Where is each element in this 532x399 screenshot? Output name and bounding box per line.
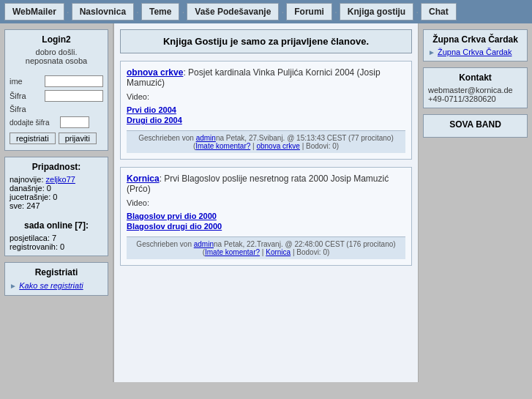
nav-sep-2: · [135, 6, 140, 18]
dodajte-input[interactable] [60, 116, 89, 128]
nav-sep-6: · [415, 6, 419, 18]
dodajte-label: dodajte šifra [10, 119, 57, 127]
btn-row: registriati prijaviti [10, 133, 103, 144]
article-2-admin-link[interactable]: admin [194, 240, 214, 248]
registrovanih-value: 0 [60, 242, 64, 251]
nav-chat-label: Chat [429, 7, 449, 17]
article-2-title: Kornica: Prvi Blagoslov poslije nesretno… [127, 174, 405, 194]
zupna-link[interactable]: Župna Crkva Čardak [438, 48, 512, 56]
registrovanih-label: registrovanih: [10, 242, 58, 251]
article-1-komentar-link[interactable]: Imate komentar? [195, 142, 250, 150]
ime-label: ime [10, 77, 42, 86]
nav-podesavanje-label: Vaše Podešavanje [195, 7, 271, 17]
sova-box: SOVA BAND [423, 114, 528, 138]
article-2-cat-link[interactable]: Kornica [266, 248, 291, 256]
jucerasnje-label: jucetrašnje: [10, 193, 50, 201]
nav-sep-5: · [334, 6, 338, 18]
sve-value: 247 [26, 201, 40, 210]
sova-title: SOVA BAND [428, 119, 522, 130]
article-1-link-2[interactable]: Drugi dio 2004 [127, 116, 405, 124]
article-2-footer: Geschrieben von adminna Petak, 22.Travan… [127, 236, 405, 259]
posjetilaca-label: posjetilaca: [10, 234, 50, 242]
najnovije-label: najnovije: [10, 175, 43, 184]
online-title: sada online [7]: [10, 220, 103, 231]
article-1-footer-text: Geschrieben von adminna Petak, 27.Sviban… [130, 134, 402, 142]
nav-sep-3: · [181, 6, 185, 18]
article-2: Kornica: Prvi Blagoslov poslije nesretno… [120, 167, 412, 266]
nav-chat[interactable]: Chat [421, 3, 457, 20]
registrovanih-row: registrovanih: 0 [10, 242, 103, 251]
prijaviti-button[interactable]: prijaviti [59, 133, 97, 144]
main-layout: Login2 dobro došli. neposnata osoba ime … [0, 23, 532, 382]
sve-label: sve: [10, 201, 24, 210]
article-2-footer-text: Geschrieben von adminna Petak, 22.Travan… [130, 240, 402, 248]
article-1-admin-link[interactable]: admin [196, 134, 216, 142]
pripadnost-title: Pripadnost: [10, 162, 103, 172]
kako-link[interactable]: Kako se registriati [19, 281, 83, 290]
nav-forumi-label: Forumi [294, 7, 324, 17]
nav-teme-label: Teme [149, 7, 171, 17]
article-1: obnova crkve: Posjet kardinala Vinka Pul… [120, 61, 412, 160]
kontakt-phone: +49-0711/3280620 [428, 94, 522, 103]
nav-sep-4: · [280, 6, 285, 18]
zupna-box: Župna Crkva Čardak ► Župna Crkva Čardak [423, 29, 528, 61]
najnovije-value[interactable]: zeljko77 [46, 175, 75, 184]
login-title: Login2 [10, 34, 103, 45]
kontakt-box: Kontakt webmaster@kornica.de +49-0711/32… [423, 67, 528, 108]
center-content: Knjiga Gostiju je samo za prijavljene čl… [113, 23, 419, 382]
kontakt-title: Kontakt [428, 72, 522, 83]
danasnje-row: današnje: 0 [10, 184, 103, 193]
article-2-komentar-link[interactable]: Imate komentar? [205, 248, 260, 256]
article-1-link-1[interactable]: Prvi dio 2004 [127, 105, 405, 114]
sifra-input[interactable] [45, 90, 103, 102]
article-2-link-2[interactable]: Blagoslov drugi dio 2000 [127, 222, 405, 231]
nav-naslovnica[interactable]: Naslovnica [72, 3, 134, 20]
registrirani-title: Registriati [10, 267, 103, 277]
nav-teme[interactable]: Teme [141, 3, 179, 20]
kontakt-email: webmaster@kornica.de [428, 86, 522, 94]
article-1-footer-links: (Imate komentar? | obnova crkve | Bodovi… [130, 142, 402, 150]
registriaj-button[interactable]: registriati [10, 133, 56, 144]
article-2-body-label: Video: [127, 198, 405, 207]
article-1-links: Prvi dio 2004 Drugi dio 2004 [127, 105, 405, 124]
nav-forumi[interactable]: Forumi [286, 3, 332, 20]
article-2-title-rest: : Prvi Blagoslov poslije nesretnog rata … [127, 174, 389, 194]
jucerasnje-value: 0 [53, 193, 57, 201]
article-2-footer-links: (Imate komentar? | Kornica | Bodovi: 0) [130, 248, 402, 256]
danasnje-label: današnje: [10, 184, 45, 193]
danasnje-value: 0 [47, 184, 51, 193]
posjetilaca-row: posjetilaca: 7 [10, 234, 103, 242]
welcome-text: dobro došli. [10, 48, 103, 56]
article-1-title: obnova crkve: Posjet kardinala Vinka Pul… [127, 67, 405, 88]
zupna-title: Župna Crkva Čardak [428, 34, 522, 45]
nav-webmailer[interactable]: WebMailer [4, 3, 64, 20]
sifra-row: Šifra [10, 90, 103, 103]
article-2-category[interactable]: Kornica [127, 174, 160, 184]
nav-naslovnica-label: Naslovnica [80, 7, 126, 17]
sifra2-label: Šifra [10, 105, 46, 113]
registrirani-box: Registriati ► Kako se registriati [4, 262, 108, 296]
pripadnost-box: Pripadnost: najnovije: zeljko77 današnje… [4, 157, 108, 256]
nav-podesavanje[interactable]: Vaše Podešavanje [187, 3, 279, 20]
kako-arrow-icon: ► [10, 282, 17, 290]
user-text: neposnata osoba [10, 56, 103, 65]
nav-knjiga-gostiju[interactable]: Knjiga gostiju [340, 3, 413, 20]
login-box: Login2 dobro došli. neposnata osoba ime … [4, 29, 108, 151]
ime-input[interactable] [45, 75, 103, 87]
nav-knjiga-gostiju-label: Knjiga gostiju [348, 7, 405, 17]
zupna-arrow-icon: ► [428, 48, 435, 56]
top-navigation: WebMailer · Naslovnica · Teme · Vaše Pod… [0, 0, 532, 23]
nav-sep-1: · [66, 6, 70, 18]
article-2-link-1[interactable]: Blagoslov prvi dio 2000 [127, 212, 405, 220]
left-sidebar: Login2 dobro došli. neposnata osoba ime … [0, 23, 113, 382]
dodajte-row: dodajte šifra [10, 116, 103, 130]
knjiga-notice: Knjiga Gostiju je samo za prijavljene čl… [120, 29, 412, 53]
sve-row: sve: 247 [10, 201, 103, 210]
article-1-cat-link[interactable]: obnova crkve [256, 142, 299, 150]
article-1-footer: Geschrieben von adminna Petak, 27.Sviban… [127, 130, 405, 153]
article-1-category[interactable]: obnova crkve [127, 67, 183, 78]
sifra-label: Šifra [10, 92, 42, 100]
ime-row: ime [10, 75, 103, 89]
posjetilaca-value: 7 [52, 234, 56, 242]
najnovije-row: najnovije: zeljko77 [10, 175, 103, 184]
